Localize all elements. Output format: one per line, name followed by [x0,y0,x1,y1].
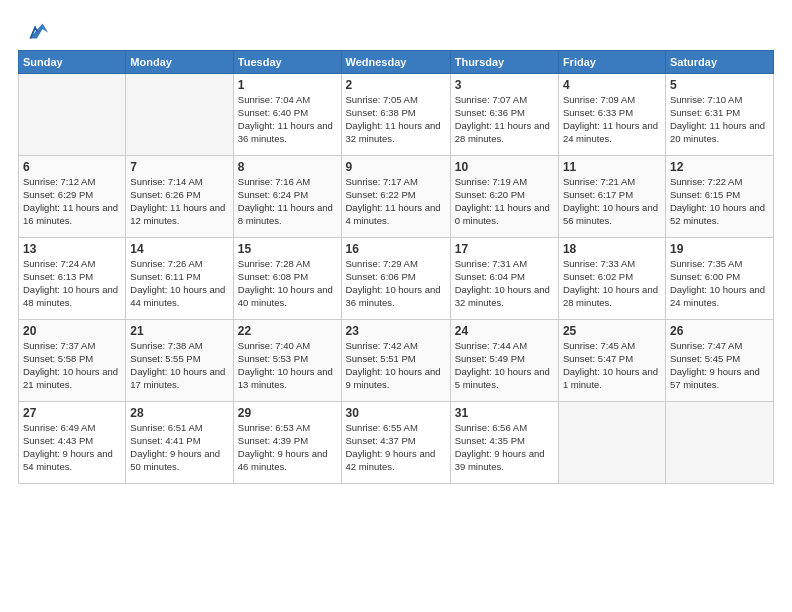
calendar-day-cell: 7Sunrise: 7:14 AMSunset: 6:26 PMDaylight… [126,156,233,238]
day-info: Sunrise: 7:28 AMSunset: 6:08 PMDaylight:… [238,258,337,309]
day-number: 17 [455,241,554,257]
day-info: Sunrise: 7:05 AMSunset: 6:38 PMDaylight:… [346,94,446,145]
day-number: 1 [238,77,337,93]
calendar-day-cell: 31Sunrise: 6:56 AMSunset: 4:35 PMDayligh… [450,402,558,484]
day-info: Sunrise: 6:53 AMSunset: 4:39 PMDaylight:… [238,422,337,473]
day-number: 12 [670,159,769,175]
day-info: Sunrise: 7:07 AMSunset: 6:36 PMDaylight:… [455,94,554,145]
day-number: 28 [130,405,228,421]
day-number: 6 [23,159,121,175]
calendar-week-row: 1Sunrise: 7:04 AMSunset: 6:40 PMDaylight… [19,74,774,156]
day-number: 2 [346,77,446,93]
day-info: Sunrise: 7:44 AMSunset: 5:49 PMDaylight:… [455,340,554,391]
day-info: Sunrise: 7:09 AMSunset: 6:33 PMDaylight:… [563,94,661,145]
calendar-day-cell: 15Sunrise: 7:28 AMSunset: 6:08 PMDayligh… [233,238,341,320]
day-number: 5 [670,77,769,93]
day-info: Sunrise: 7:12 AMSunset: 6:29 PMDaylight:… [23,176,121,227]
day-number: 20 [23,323,121,339]
calendar-day-cell [665,402,773,484]
weekday-header-row: SundayMondayTuesdayWednesdayThursdayFrid… [19,51,774,74]
day-info: Sunrise: 7:29 AMSunset: 6:06 PMDaylight:… [346,258,446,309]
calendar-week-row: 27Sunrise: 6:49 AMSunset: 4:43 PMDayligh… [19,402,774,484]
day-info: Sunrise: 6:55 AMSunset: 4:37 PMDaylight:… [346,422,446,473]
day-info: Sunrise: 7:31 AMSunset: 6:04 PMDaylight:… [455,258,554,309]
day-number: 4 [563,77,661,93]
day-info: Sunrise: 7:16 AMSunset: 6:24 PMDaylight:… [238,176,337,227]
calendar-day-cell: 10Sunrise: 7:19 AMSunset: 6:20 PMDayligh… [450,156,558,238]
day-info: Sunrise: 7:04 AMSunset: 6:40 PMDaylight:… [238,94,337,145]
day-number: 25 [563,323,661,339]
day-number: 30 [346,405,446,421]
day-info: Sunrise: 7:14 AMSunset: 6:26 PMDaylight:… [130,176,228,227]
day-number: 22 [238,323,337,339]
calendar-day-cell: 19Sunrise: 7:35 AMSunset: 6:00 PMDayligh… [665,238,773,320]
calendar-day-cell: 16Sunrise: 7:29 AMSunset: 6:06 PMDayligh… [341,238,450,320]
day-info: Sunrise: 7:38 AMSunset: 5:55 PMDaylight:… [130,340,228,391]
calendar-day-cell: 30Sunrise: 6:55 AMSunset: 4:37 PMDayligh… [341,402,450,484]
day-number: 13 [23,241,121,257]
logo-icon [22,16,50,44]
day-info: Sunrise: 7:17 AMSunset: 6:22 PMDaylight:… [346,176,446,227]
weekday-header-sunday: Sunday [19,51,126,74]
day-info: Sunrise: 6:49 AMSunset: 4:43 PMDaylight:… [23,422,121,473]
day-number: 29 [238,405,337,421]
calendar-day-cell [19,74,126,156]
day-info: Sunrise: 7:47 AMSunset: 5:45 PMDaylight:… [670,340,769,391]
calendar-day-cell [558,402,665,484]
logo [18,16,50,44]
weekday-header-tuesday: Tuesday [233,51,341,74]
calendar-day-cell: 11Sunrise: 7:21 AMSunset: 6:17 PMDayligh… [558,156,665,238]
calendar-day-cell: 24Sunrise: 7:44 AMSunset: 5:49 PMDayligh… [450,320,558,402]
calendar-day-cell: 21Sunrise: 7:38 AMSunset: 5:55 PMDayligh… [126,320,233,402]
day-info: Sunrise: 7:33 AMSunset: 6:02 PMDaylight:… [563,258,661,309]
day-number: 11 [563,159,661,175]
day-info: Sunrise: 7:37 AMSunset: 5:58 PMDaylight:… [23,340,121,391]
day-info: Sunrise: 7:21 AMSunset: 6:17 PMDaylight:… [563,176,661,227]
header [18,16,774,44]
weekday-header-wednesday: Wednesday [341,51,450,74]
calendar-day-cell: 12Sunrise: 7:22 AMSunset: 6:15 PMDayligh… [665,156,773,238]
day-number: 16 [346,241,446,257]
calendar: SundayMondayTuesdayWednesdayThursdayFrid… [18,50,774,484]
day-info: Sunrise: 7:10 AMSunset: 6:31 PMDaylight:… [670,94,769,145]
day-number: 8 [238,159,337,175]
day-info: Sunrise: 7:26 AMSunset: 6:11 PMDaylight:… [130,258,228,309]
day-number: 18 [563,241,661,257]
calendar-day-cell: 20Sunrise: 7:37 AMSunset: 5:58 PMDayligh… [19,320,126,402]
day-info: Sunrise: 7:24 AMSunset: 6:13 PMDaylight:… [23,258,121,309]
calendar-week-row: 6Sunrise: 7:12 AMSunset: 6:29 PMDaylight… [19,156,774,238]
day-number: 15 [238,241,337,257]
day-info: Sunrise: 7:22 AMSunset: 6:15 PMDaylight:… [670,176,769,227]
calendar-day-cell: 25Sunrise: 7:45 AMSunset: 5:47 PMDayligh… [558,320,665,402]
day-info: Sunrise: 7:19 AMSunset: 6:20 PMDaylight:… [455,176,554,227]
calendar-day-cell: 9Sunrise: 7:17 AMSunset: 6:22 PMDaylight… [341,156,450,238]
day-info: Sunrise: 6:51 AMSunset: 4:41 PMDaylight:… [130,422,228,473]
calendar-day-cell: 27Sunrise: 6:49 AMSunset: 4:43 PMDayligh… [19,402,126,484]
calendar-day-cell: 4Sunrise: 7:09 AMSunset: 6:33 PMDaylight… [558,74,665,156]
calendar-day-cell: 5Sunrise: 7:10 AMSunset: 6:31 PMDaylight… [665,74,773,156]
calendar-week-row: 20Sunrise: 7:37 AMSunset: 5:58 PMDayligh… [19,320,774,402]
calendar-day-cell [126,74,233,156]
calendar-day-cell: 23Sunrise: 7:42 AMSunset: 5:51 PMDayligh… [341,320,450,402]
calendar-day-cell: 17Sunrise: 7:31 AMSunset: 6:04 PMDayligh… [450,238,558,320]
weekday-header-saturday: Saturday [665,51,773,74]
day-number: 26 [670,323,769,339]
calendar-day-cell: 29Sunrise: 6:53 AMSunset: 4:39 PMDayligh… [233,402,341,484]
weekday-header-monday: Monday [126,51,233,74]
day-number: 31 [455,405,554,421]
day-number: 27 [23,405,121,421]
calendar-day-cell: 26Sunrise: 7:47 AMSunset: 5:45 PMDayligh… [665,320,773,402]
day-info: Sunrise: 7:35 AMSunset: 6:00 PMDaylight:… [670,258,769,309]
day-number: 23 [346,323,446,339]
day-info: Sunrise: 6:56 AMSunset: 4:35 PMDaylight:… [455,422,554,473]
day-number: 14 [130,241,228,257]
day-number: 10 [455,159,554,175]
calendar-day-cell: 1Sunrise: 7:04 AMSunset: 6:40 PMDaylight… [233,74,341,156]
calendar-day-cell: 14Sunrise: 7:26 AMSunset: 6:11 PMDayligh… [126,238,233,320]
calendar-day-cell: 28Sunrise: 6:51 AMSunset: 4:41 PMDayligh… [126,402,233,484]
weekday-header-friday: Friday [558,51,665,74]
day-number: 24 [455,323,554,339]
calendar-day-cell: 3Sunrise: 7:07 AMSunset: 6:36 PMDaylight… [450,74,558,156]
day-number: 3 [455,77,554,93]
calendar-day-cell: 2Sunrise: 7:05 AMSunset: 6:38 PMDaylight… [341,74,450,156]
